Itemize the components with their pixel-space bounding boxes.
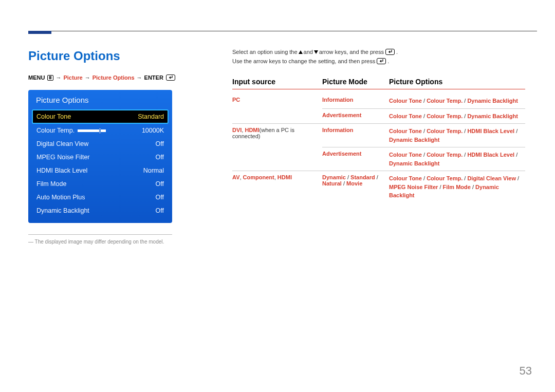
note-divider [28, 234, 172, 235]
osd-row-value: Off [156, 154, 164, 161]
enter-icon [385, 49, 395, 55]
osd-rows: Colour ToneStandardColour Temp.10000KDig… [29, 109, 172, 222]
instructions: Select an option using the and arrow key… [232, 49, 527, 64]
cell-input-source: AV, Component, HDMI [232, 171, 322, 203]
down-arrow-icon [314, 50, 318, 54]
osd-row[interactable]: Dynamic BacklightOff [32, 204, 169, 217]
breadcrumb-menu: MENU [28, 74, 45, 81]
osd-row-label: Auto Motion Plus [36, 194, 85, 201]
cell-input-source: DVI, HDMI(when a PC is connected) [232, 124, 322, 171]
osd-row-value: 10000K [142, 127, 164, 134]
page-title: Picture Options [28, 49, 188, 63]
table-subrow: AdvertisementColour Tone / Colour Temp. … [322, 109, 525, 124]
breadcrumb: MENU Ⅲ → Picture → Picture Options → ENT… [28, 74, 188, 81]
osd-row-value: Off [156, 194, 164, 201]
table-subrow: InformationColour Tone / Colour Temp. / … [322, 94, 525, 109]
arrow-icon: → [55, 74, 61, 81]
cell-picture-options: Colour Tone / Colour Temp. / HDMI Black … [389, 151, 525, 167]
instr2-b: . [387, 58, 389, 64]
table-body: PCInformationColour Tone / Colour Temp. … [232, 94, 525, 203]
cell-picture-options: Colour Tone / Colour Temp. / Dynamic Bac… [389, 97, 525, 105]
instr1-a: Select an option using the [232, 49, 298, 55]
osd-row-label: HDMI Black Level [36, 167, 87, 174]
left-column: Picture Options MENU Ⅲ → Picture → Pictu… [28, 49, 188, 245]
cell-input-source: PC [232, 94, 322, 123]
osd-row-label: MPEG Noise Filter [36, 154, 90, 161]
instr2-a: Use the arrow keys to change the setting… [232, 58, 375, 64]
cell-picture-options: Colour Tone / Colour Temp. / Digital Cle… [389, 174, 525, 200]
instr1-c: arrow keys, and the press [319, 49, 384, 55]
cell-picture-options: Colour Tone / Colour Temp. / Dynamic Bac… [389, 112, 525, 121]
instr1-d: . [396, 49, 398, 55]
table-subrow: InformationColour Tone / Colour Temp. / … [322, 124, 525, 147]
osd-row[interactable]: Colour ToneStandard [32, 109, 169, 124]
up-arrow-icon [299, 50, 303, 54]
table-subrow: Dynamic / Standard / Natural / MovieColo… [322, 171, 525, 203]
breadcrumb-enter: ENTER [144, 74, 163, 81]
osd-panel-title: Picture Options [29, 90, 172, 109]
menu-icon: Ⅲ [47, 75, 53, 81]
cell-picture-mode: Information [322, 127, 389, 144]
osd-row[interactable]: MPEG Noise FilterOff [32, 151, 169, 164]
cell-picture-mode: Advertisement [322, 151, 389, 167]
osd-row[interactable]: Colour Temp.10000K [32, 124, 169, 137]
header-picture-options: Picture Options [389, 78, 525, 86]
top-divider [28, 31, 537, 31]
cell-picture-mode: Information [322, 97, 389, 105]
breadcrumb-picture: Picture [63, 74, 82, 81]
instr1-b: and [304, 49, 313, 55]
osd-row[interactable]: HDMI Black LevelNormal [32, 164, 169, 177]
slider[interactable] [78, 129, 106, 132]
table-row: DVI, HDMI(when a PC is connected)Informa… [232, 124, 525, 171]
table-row: PCInformationColour Tone / Colour Temp. … [232, 94, 525, 124]
osd-row[interactable]: Auto Motion PlusOff [32, 191, 169, 204]
note-text: The displayed image may differ depending… [28, 239, 188, 245]
enter-icon [166, 74, 175, 81]
arrow-icon: → [85, 74, 90, 81]
arrow-icon: → [137, 74, 142, 81]
table-header: Input source Picture Mode Picture Option… [232, 78, 525, 89]
chapter-tab [28, 31, 51, 34]
osd-row-value: Off [156, 180, 164, 188]
right-column: Select an option using the and arrow key… [232, 49, 527, 203]
osd-row-label: Dynamic Backlight [36, 207, 89, 214]
osd-row-label: Colour Tone [36, 113, 71, 120]
options-table: Input source Picture Mode Picture Option… [232, 78, 525, 203]
page-number: 53 [520, 364, 532, 378]
cell-picture-options: Colour Tone / Colour Temp. / HDMI Black … [389, 127, 525, 144]
osd-row[interactable]: Film ModeOff [32, 177, 169, 191]
breadcrumb-picture-options: Picture Options [92, 74, 135, 81]
osd-row[interactable]: Digital Clean ViewOff [32, 137, 169, 151]
osd-panel: Picture Options Colour ToneStandardColou… [28, 90, 172, 223]
osd-row-value: Off [156, 207, 164, 214]
osd-row-value: Standard [138, 113, 164, 120]
osd-row-value: Off [156, 140, 164, 147]
osd-row-label: Film Mode [36, 180, 66, 188]
header-picture-mode: Picture Mode [322, 78, 389, 86]
cell-picture-mode: Advertisement [322, 112, 389, 121]
header-input-source: Input source [232, 78, 322, 86]
osd-row-label: Digital Clean View [36, 140, 88, 147]
osd-row-value: Normal [143, 167, 164, 174]
cell-picture-mode: Dynamic / Standard / Natural / Movie [322, 174, 389, 200]
osd-row-label: Colour Temp. [36, 127, 75, 134]
table-subrow: AdvertisementColour Tone / Colour Temp. … [322, 147, 525, 171]
table-row: AV, Component, HDMIDynamic / Standard / … [232, 171, 525, 203]
enter-icon [377, 58, 386, 64]
